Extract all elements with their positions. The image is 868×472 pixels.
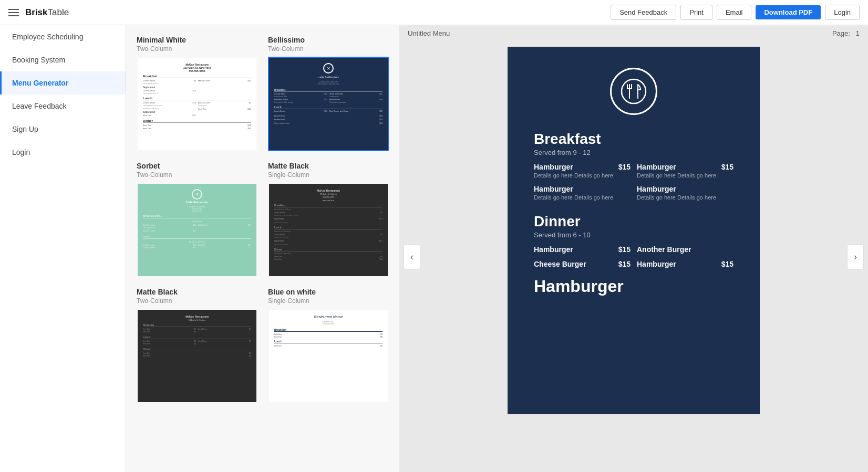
menu-item: Hamburger $15 Details go here Details go… xyxy=(534,163,631,179)
main-layout: Employee Scheduling Booking System Menu … xyxy=(0,25,868,472)
page-label: Page: xyxy=(832,29,850,37)
template-thumbnail-sorbet[interactable]: ✕ Cafe Belissimo 123 Main St, New York55… xyxy=(137,183,257,277)
template-thumbnail-blue-on-white[interactable]: Restaurant Name Address Line 1555-555-55… xyxy=(268,309,389,403)
menu-section-hamburger: Hamburger xyxy=(534,277,733,296)
menu-item: Hamburger $15 xyxy=(637,260,733,268)
menu-item-desc: Details go here Details go here xyxy=(534,194,631,201)
menu-dinner-items: Hamburger $15 Another Burger Cheese Burg… xyxy=(534,245,733,268)
sidebar-item-sign-up[interactable]: Sign Up xyxy=(0,118,126,141)
template-card-bellissimo[interactable]: Bellissimo Two-Column ✕ cafe bellissimo … xyxy=(268,36,389,151)
menu-section-dinner: Dinner Served from 6 - 10 xyxy=(534,213,733,239)
menu-item-name: Hamburger $15 xyxy=(534,245,631,254)
page-number: 1 xyxy=(856,29,860,37)
nav-left-icon: ‹ xyxy=(410,251,414,263)
menu-section-subtitle: Served from 6 - 10 xyxy=(534,231,733,239)
preview-header: Untitled Menu Page: 1 xyxy=(399,25,868,41)
template-card-sorbet[interactable]: Sorbet Two-Column ✕ Cafe Belissimo 123 M… xyxy=(137,162,257,277)
sidebar-item-booking-system[interactable]: Booking System xyxy=(0,48,126,71)
template-thumbnail-matte-black[interactable]: McKay Restaurant13 Darby St, Sydney555-5… xyxy=(268,183,389,277)
template-grid: Minimal White Two-Column McKay Restauran… xyxy=(137,36,389,403)
topbar-actions: Send Feedback Print Email Download PDF L… xyxy=(611,5,860,20)
brand-logo: BriskTable xyxy=(25,7,69,18)
template-thumbnail[interactable]: McKay Restaurant123 Main St, New York555… xyxy=(137,57,257,151)
nav-right-icon: › xyxy=(854,251,857,263)
menu-item-desc: Details go here Details go here xyxy=(637,194,733,201)
menu-section-breakfast: Breakfast Served from 9 - 12 xyxy=(534,131,733,156)
template-title: Minimal White xyxy=(137,36,257,44)
nav-prev-button[interactable]: ‹ xyxy=(404,244,420,269)
menu-preview-bellissimo: Breakfast Served from 9 - 12 Hamburger $… xyxy=(508,47,760,414)
template-title: Bellissimo xyxy=(268,36,389,44)
sidebar-item-menu-generator[interactable]: Menu Generator xyxy=(0,71,126,95)
preview-menu-title: Untitled Menu xyxy=(408,29,450,37)
template-subtitle: Two-Column xyxy=(137,297,257,305)
brand-name-suffix: Table xyxy=(48,7,69,17)
menu-logo-circle xyxy=(610,68,657,115)
menu-section-title: Breakfast xyxy=(534,131,733,148)
template-subtitle: Two-Column xyxy=(268,45,389,53)
menu-item-desc: Details go here Details go here xyxy=(637,172,733,179)
menu-item-name: Hamburger $15 xyxy=(637,260,733,268)
preview-panel: Untitled Menu Page: 1 ‹ xyxy=(399,25,868,472)
template-card-matte-black-2col[interactable]: Matte Black Two-Column McKay Restaurant1… xyxy=(137,288,257,403)
template-title: Blue on white xyxy=(268,288,389,296)
print-button[interactable]: Print xyxy=(680,5,712,20)
menu-section-title: Dinner xyxy=(534,213,733,230)
menu-item-desc: Details go here Details go here xyxy=(534,172,631,179)
svg-point-0 xyxy=(622,79,646,103)
email-button[interactable]: Email xyxy=(717,5,752,20)
template-title: Sorbet xyxy=(137,162,257,170)
menu-item: Hamburger $15 xyxy=(534,245,631,254)
menu-breakfast-items: Hamburger $15 Details go here Details go… xyxy=(534,163,733,201)
login-button[interactable]: Login xyxy=(825,5,860,20)
nav-next-button[interactable]: › xyxy=(847,244,864,269)
menu-section-subtitle: Served from 9 - 12 xyxy=(534,149,733,156)
template-gallery: Minimal White Two-Column McKay Restauran… xyxy=(126,25,399,472)
preview-page-info: Page: 1 xyxy=(832,29,860,37)
template-thumbnail-bellissimo[interactable]: ✕ cafe bellissimo 123 Fake Street, New Y… xyxy=(268,57,389,151)
sidebar-item-employee-scheduling[interactable]: Employee Scheduling xyxy=(0,25,126,48)
template-subtitle: Two-Column xyxy=(137,171,257,179)
menu-logo-area xyxy=(534,68,733,115)
sidebar-item-login[interactable]: Login xyxy=(0,141,126,164)
template-card-minimal-white[interactable]: Minimal White Two-Column McKay Restauran… xyxy=(137,36,257,151)
menu-item: Hamburger Details go here Details go her… xyxy=(534,185,631,201)
hamburger-menu-icon[interactable] xyxy=(8,9,19,16)
menu-item-name: Hamburger $15 xyxy=(637,163,733,171)
menu-item-name: Hamburger $15 xyxy=(534,163,631,171)
brand-name-bold: Brisk xyxy=(25,7,48,17)
menu-item: Hamburger Details go here Details go her… xyxy=(637,185,733,201)
menu-item-name: Another Burger xyxy=(637,245,733,254)
download-pdf-button[interactable]: Download PDF xyxy=(756,5,821,19)
template-subtitle: Two-Column xyxy=(137,45,257,53)
menu-item-name: Hamburger xyxy=(534,185,631,193)
sidebar-item-leave-feedback[interactable]: Leave Feedback xyxy=(0,95,126,118)
template-subtitle: Single-Column xyxy=(268,297,389,305)
template-card-matte-black[interactable]: Matte Black Single-Column McKay Restaura… xyxy=(268,162,389,277)
template-title: Matte Black xyxy=(268,162,389,170)
menu-item-name: Cheese Burger $15 xyxy=(534,260,631,268)
template-subtitle: Single-Column xyxy=(268,171,389,179)
topbar-left: BriskTable xyxy=(8,7,69,18)
menu-item: Hamburger $15 Details go here Details go… xyxy=(637,163,733,179)
topbar: BriskTable Send Feedback Print Email Dow… xyxy=(0,0,868,25)
menu-item-name: Hamburger xyxy=(637,185,733,193)
preview-content: ‹ xyxy=(399,41,868,472)
send-feedback-button[interactable]: Send Feedback xyxy=(611,5,676,20)
template-title: Matte Black xyxy=(137,288,257,296)
template-card-blue-on-white[interactable]: Blue on white Single-Column Restaurant N… xyxy=(268,288,389,403)
menu-item: Another Burger xyxy=(637,245,733,254)
sidebar: Employee Scheduling Booking System Menu … xyxy=(0,25,126,472)
menu-item: Cheese Burger $15 xyxy=(534,260,631,268)
template-thumbnail-matte-black-2col[interactable]: McKay Restaurant13 Darby St, Sydney Brea… xyxy=(137,309,257,403)
